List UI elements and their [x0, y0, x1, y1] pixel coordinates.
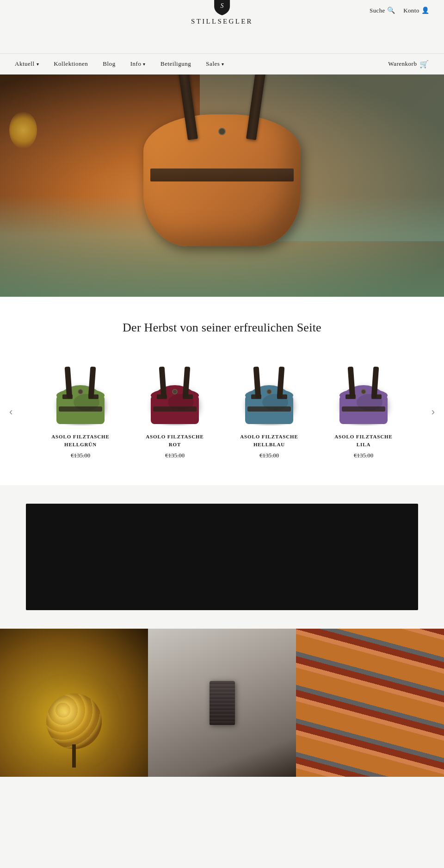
account-label: Konto [403, 7, 419, 14]
product-name: ASOLO FILZTASCHEROT [146, 433, 204, 448]
svg-text:S: S [220, 2, 223, 9]
grid-cell-candle [148, 629, 296, 777]
bag-svg-lila [333, 358, 394, 425]
chevron-down-icon: ▾ [222, 62, 224, 67]
svg-rect-38 [371, 394, 382, 399]
bottom-grid [0, 629, 444, 777]
chevron-down-icon: ▾ [143, 62, 146, 67]
product-price: €135.00 [71, 452, 90, 459]
product-image [46, 351, 115, 425]
svg-rect-18 [183, 394, 193, 399]
nav-item-kollektionen[interactable]: Kollektionen [46, 54, 95, 74]
svg-rect-7 [62, 394, 73, 399]
svg-rect-27 [251, 394, 261, 399]
bag-svg-rot [145, 358, 205, 425]
bag-svg-hellgruen [50, 358, 111, 425]
product-name: ASOLO FILZTASCHEHELLGRÜN [51, 433, 109, 448]
header: S STILLSEGLER Suche 🔍 Konto 👤 [0, 0, 444, 53]
svg-point-29 [267, 389, 271, 394]
dark-banner [26, 504, 418, 610]
account-icon: 👤 [421, 6, 429, 14]
product-image [329, 351, 398, 425]
svg-rect-40 [342, 406, 385, 412]
bag-svg-hellblau [239, 358, 299, 425]
svg-point-39 [361, 389, 366, 394]
carousel-next-button[interactable]: › [427, 401, 439, 423]
product-price: €135.00 [165, 452, 185, 459]
svg-rect-20 [153, 406, 197, 412]
grid-cell-lamp [0, 629, 148, 777]
nav-item-info[interactable]: Info ▾ [123, 54, 153, 74]
svg-rect-30 [247, 406, 291, 412]
nav-item-sales[interactable]: Sales ▾ [198, 54, 232, 74]
product-card-hellblau[interactable]: ASOLO FILZTASCHEHELLBLAU €135.00 [228, 351, 311, 459]
grid-cell-wool [296, 629, 444, 777]
svg-rect-10 [59, 406, 102, 412]
search-icon: 🔍 [387, 6, 395, 14]
nav-item-blog[interactable]: Blog [95, 54, 123, 74]
nav-item-aktuell[interactable]: Aktuell ▾ [15, 54, 46, 74]
product-price: €135.00 [259, 452, 279, 459]
logo-shield-icon: S [213, 0, 231, 16]
navigation: Aktuell ▾ Kollektionen Blog Info ▾ Betei… [0, 53, 444, 75]
product-card-rot[interactable]: ASOLO FILZTASCHEROT €135.00 [133, 351, 216, 459]
search-label: Suche [370, 7, 385, 14]
svg-point-9 [78, 389, 83, 394]
product-price: €135.00 [354, 452, 373, 459]
chevron-down-icon: ▾ [37, 62, 39, 67]
cart-button[interactable]: Warenkorb 🛒 [388, 60, 429, 69]
product-card-lila[interactable]: ASOLO FILZTASCHELILA €135.00 [322, 351, 405, 459]
svg-rect-28 [277, 394, 287, 399]
lamp-decoration [46, 693, 102, 749]
nav-item-beteiligung[interactable]: Beteiligung [153, 54, 198, 74]
product-name: ASOLO FILZTASCHEHELLBLAU [240, 433, 298, 448]
product-carousel: ‹ ASO [0, 351, 444, 485]
product-name: ASOLO FILZTASCHELILA [334, 433, 392, 448]
product-card-hellgruen[interactable]: ASOLO FILZTASCHEHELLGRÜN €135.00 [39, 351, 122, 459]
section-title-area: Der Herbst von seiner erfreulichen Seite [0, 297, 444, 351]
svg-rect-17 [157, 394, 167, 399]
svg-rect-8 [88, 394, 99, 399]
candle-decoration [210, 681, 235, 725]
carousel-prev-button[interactable]: ‹ [5, 401, 17, 423]
logo[interactable]: S STILLSEGLER [191, 0, 253, 25]
product-image [140, 351, 210, 425]
hero-banner [0, 75, 444, 297]
section-title: Der Herbst von seiner erfreulichen Seite [15, 321, 429, 335]
cart-label: Warenkorb [388, 60, 417, 68]
search-link[interactable]: Suche 🔍 [370, 6, 395, 14]
product-image [234, 351, 304, 425]
account-link[interactable]: Konto 👤 [403, 6, 429, 14]
cart-icon: 🛒 [419, 60, 429, 69]
logo-text: STILLSEGLER [191, 18, 253, 25]
svg-point-19 [173, 389, 177, 394]
wool-texture [296, 629, 444, 777]
svg-rect-37 [345, 394, 356, 399]
